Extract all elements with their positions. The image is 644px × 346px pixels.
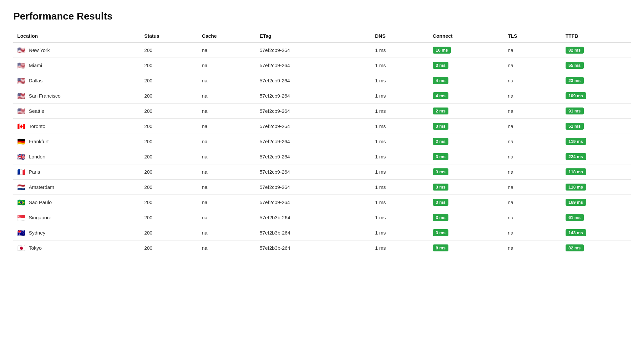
cell-tls-5: na <box>504 119 561 134</box>
cell-status-0: 200 <box>140 42 198 58</box>
cell-ttfb-4: 91 ms <box>562 104 631 119</box>
cell-dns-8: 1 ms <box>371 164 429 180</box>
cell-tls-13: na <box>504 240 561 256</box>
ttfb-badge-1: 55 ms <box>566 62 584 69</box>
cell-dns-3: 1 ms <box>371 88 429 104</box>
cell-status-12: 200 <box>140 225 198 240</box>
cell-connect-10: 3 ms <box>429 195 504 210</box>
header-connect: Connect <box>429 30 504 42</box>
cell-tls-8: na <box>504 164 561 180</box>
location-name-10: Sao Paulo <box>29 199 52 205</box>
cell-dns-9: 1 ms <box>371 180 429 195</box>
cell-connect-7: 3 ms <box>429 149 504 164</box>
cell-status-3: 200 <box>140 88 198 104</box>
cell-status-2: 200 <box>140 73 198 88</box>
performance-table: Location Status Cache ETag DNS Connect T… <box>13 30 631 255</box>
cell-location-1: 🇺🇸 Miami <box>13 58 140 73</box>
flag-icon-0: 🇺🇸 <box>17 47 25 54</box>
cell-ttfb-6: 119 ms <box>562 134 631 149</box>
cell-connect-9: 3 ms <box>429 180 504 195</box>
cell-connect-0: 16 ms <box>429 42 504 58</box>
cell-cache-9: na <box>198 180 255 195</box>
table-row: 🇨🇦 Toronto 200 na 57ef2cb9-264 1 ms 3 ms… <box>13 119 631 134</box>
cell-tls-12: na <box>504 225 561 240</box>
connect-badge-5: 3 ms <box>433 123 449 130</box>
flag-icon-1: 🇺🇸 <box>17 62 25 69</box>
cell-etag-1: 57ef2cb9-264 <box>255 58 371 73</box>
cell-cache-13: na <box>198 240 255 256</box>
cell-cache-5: na <box>198 119 255 134</box>
table-row: 🇺🇸 Miami 200 na 57ef2cb9-264 1 ms 3 ms n… <box>13 58 631 73</box>
flag-icon-6: 🇩🇪 <box>17 138 25 145</box>
ttfb-badge-3: 109 ms <box>566 92 586 99</box>
cell-location-13: 🇯🇵 Tokyo <box>13 240 140 256</box>
table-row: 🇫🇷 Paris 200 na 57ef2cb9-264 1 ms 3 ms n… <box>13 164 631 180</box>
location-name-8: Paris <box>29 169 40 175</box>
cell-dns-11: 1 ms <box>371 210 429 225</box>
header-location: Location <box>13 30 140 42</box>
cell-status-6: 200 <box>140 134 198 149</box>
flag-icon-9: 🇳🇱 <box>17 184 25 191</box>
cell-location-4: 🇺🇸 Seattle <box>13 104 140 119</box>
cell-dns-2: 1 ms <box>371 73 429 88</box>
header-tls: TLS <box>504 30 561 42</box>
cell-ttfb-0: 82 ms <box>562 42 631 58</box>
cell-tls-11: na <box>504 210 561 225</box>
cell-etag-12: 57ef2b3b-264 <box>255 225 371 240</box>
location-name-11: Singapore <box>29 215 51 220</box>
cell-etag-10: 57ef2cb9-264 <box>255 195 371 210</box>
table-row: 🇺🇸 Dallas 200 na 57ef2cb9-264 1 ms 4 ms … <box>13 73 631 88</box>
cell-etag-9: 57ef2cb9-264 <box>255 180 371 195</box>
cell-ttfb-1: 55 ms <box>562 58 631 73</box>
cell-ttfb-9: 118 ms <box>562 180 631 195</box>
cell-location-0: 🇺🇸 New York <box>13 42 140 58</box>
cell-etag-8: 57ef2cb9-264 <box>255 164 371 180</box>
cell-location-8: 🇫🇷 Paris <box>13 164 140 180</box>
cell-connect-11: 3 ms <box>429 210 504 225</box>
cell-tls-7: na <box>504 149 561 164</box>
location-name-3: San Francisco <box>29 93 61 99</box>
cell-tls-0: na <box>504 42 561 58</box>
cell-dns-5: 1 ms <box>371 119 429 134</box>
table-row: 🇧🇷 Sao Paulo 200 na 57ef2cb9-264 1 ms 3 … <box>13 195 631 210</box>
cell-location-11: 🇸🇬 Singapore <box>13 210 140 225</box>
page-title: Performance Results <box>13 11 631 22</box>
connect-badge-12: 3 ms <box>433 229 449 236</box>
header-etag: ETag <box>255 30 371 42</box>
location-name-6: Frankfurt <box>29 139 49 144</box>
cell-cache-7: na <box>198 149 255 164</box>
ttfb-badge-5: 51 ms <box>566 123 584 130</box>
cell-connect-5: 3 ms <box>429 119 504 134</box>
ttfb-badge-0: 82 ms <box>566 47 584 54</box>
cell-cache-1: na <box>198 58 255 73</box>
cell-dns-1: 1 ms <box>371 58 429 73</box>
cell-etag-6: 57ef2cb9-264 <box>255 134 371 149</box>
ttfb-badge-13: 82 ms <box>566 244 584 251</box>
connect-badge-8: 3 ms <box>433 168 449 175</box>
cell-connect-6: 2 ms <box>429 134 504 149</box>
cell-etag-7: 57ef2cb9-264 <box>255 149 371 164</box>
table-header-row: Location Status Cache ETag DNS Connect T… <box>13 30 631 42</box>
cell-connect-3: 4 ms <box>429 88 504 104</box>
header-ttfb: TTFB <box>562 30 631 42</box>
flag-icon-2: 🇺🇸 <box>17 77 25 84</box>
cell-cache-3: na <box>198 88 255 104</box>
location-name-7: London <box>29 154 45 159</box>
ttfb-badge-10: 169 ms <box>566 199 586 206</box>
cell-cache-12: na <box>198 225 255 240</box>
ttfb-badge-2: 23 ms <box>566 77 584 84</box>
connect-badge-11: 3 ms <box>433 214 449 221</box>
cell-etag-5: 57ef2cb9-264 <box>255 119 371 134</box>
table-row: 🇬🇧 London 200 na 57ef2cb9-264 1 ms 3 ms … <box>13 149 631 164</box>
ttfb-badge-8: 118 ms <box>566 168 586 175</box>
cell-ttfb-11: 61 ms <box>562 210 631 225</box>
location-name-4: Seattle <box>29 108 44 114</box>
flag-icon-3: 🇺🇸 <box>17 93 25 99</box>
ttfb-badge-11: 61 ms <box>566 214 584 221</box>
connect-badge-6: 2 ms <box>433 138 449 145</box>
cell-dns-13: 1 ms <box>371 240 429 256</box>
cell-status-5: 200 <box>140 119 198 134</box>
cell-dns-6: 1 ms <box>371 134 429 149</box>
cell-dns-12: 1 ms <box>371 225 429 240</box>
table-row: 🇺🇸 Seattle 200 na 57ef2cb9-264 1 ms 2 ms… <box>13 104 631 119</box>
